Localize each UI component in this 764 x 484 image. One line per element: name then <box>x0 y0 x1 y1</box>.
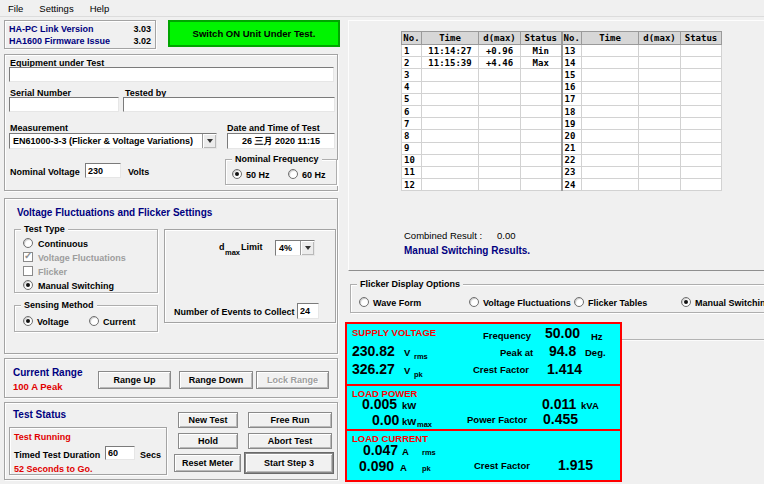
freq-50hz-radio[interactable] <box>232 169 242 179</box>
dmax-d-label: d <box>219 242 225 252</box>
voltage-fluctuations-checkbox[interactable] <box>23 252 33 262</box>
cell-time <box>582 154 639 166</box>
measurement-select[interactable]: EN61000-3-3 (Flicker & Voltage Variation… <box>9 133 217 149</box>
flicker-tables-radio[interactable] <box>574 297 584 307</box>
cell-dmax <box>639 154 681 166</box>
cell-dmax <box>639 69 681 81</box>
measurement-label: Measurement <box>10 123 68 133</box>
start-step-button[interactable]: Start Step 3 <box>245 453 333 473</box>
serial-number-input[interactable] <box>9 97 119 112</box>
cell-time <box>582 142 639 154</box>
menu-file[interactable]: File <box>0 1 31 16</box>
manual-switching-display-radio[interactable] <box>681 297 691 307</box>
cell-dmax <box>639 130 681 142</box>
lock-range-button[interactable]: Lock Range <box>256 371 329 389</box>
test-status-box: Test Running Timed Test Duration Secs 52… <box>9 427 167 475</box>
apk-value: 0.090 <box>359 458 394 474</box>
cell-time: 11:14:27 <box>422 45 479 57</box>
menu-bar: File Settings Help <box>0 0 764 17</box>
flicker-checkbox[interactable] <box>23 266 33 276</box>
cell-no: 17 <box>562 93 582 105</box>
hold-button[interactable]: Hold <box>178 433 238 449</box>
header-dmax: d(max) <box>639 32 681 45</box>
cell-no: 2 <box>402 57 422 69</box>
crest-factor-value: 1.414 <box>547 361 582 377</box>
cell-time <box>422 69 479 81</box>
cell-status <box>681 142 722 154</box>
free-run-button[interactable]: Free Run <box>248 412 332 428</box>
menu-settings[interactable]: Settings <box>31 1 81 16</box>
cell-status <box>681 130 722 142</box>
header-no: No. <box>562 32 582 45</box>
dmax-dropdown-button[interactable] <box>300 241 314 255</box>
sensing-current-radio[interactable] <box>89 316 99 326</box>
cell-status <box>521 81 562 93</box>
equipment-under-test-input[interactable] <box>9 67 334 82</box>
measurement-dropdown-button[interactable] <box>202 134 216 148</box>
link-version-value: 3.03 <box>133 23 151 35</box>
manual-switching-label: Manual Switching <box>38 281 114 291</box>
flicker-display-options-label: Flicker Display Options <box>357 279 463 289</box>
sensing-voltage-radio[interactable] <box>23 316 33 326</box>
cell-no: 19 <box>562 118 582 130</box>
cell-dmax <box>639 81 681 93</box>
tested-by-input[interactable] <box>123 97 335 112</box>
chevron-down-icon <box>305 246 311 250</box>
menu-help[interactable]: Help <box>82 1 118 16</box>
sensing-voltage-label: Voltage <box>37 317 69 327</box>
cell-time <box>422 154 479 166</box>
link-version-label: HA-PC Link Version <box>9 23 94 35</box>
header-status: Status <box>681 32 722 45</box>
wave-form-radio[interactable] <box>359 297 369 307</box>
range-down-button[interactable]: Range Down <box>179 371 253 389</box>
cell-time <box>582 179 639 191</box>
freq-60hz-radio[interactable] <box>288 169 298 179</box>
crest-factor2-value: 1.915 <box>558 457 593 473</box>
frequency-value: 50.00 <box>545 325 580 341</box>
manual-switching-radio[interactable] <box>23 280 33 290</box>
cell-dmax <box>639 166 681 178</box>
volts-label: Volts <box>128 167 149 177</box>
cell-time <box>582 118 639 130</box>
switch-on-unit-button[interactable]: Switch ON Unit Under Test. <box>168 20 340 47</box>
cell-no: 18 <box>562 105 582 117</box>
cell-status <box>521 154 562 166</box>
cell-dmax <box>639 118 681 130</box>
voltage-fluctuations-display-radio[interactable] <box>469 297 479 307</box>
combined-result-label: Combined Result : <box>404 230 482 241</box>
wave-form-label: Wave Form <box>373 298 421 308</box>
reset-meter-button[interactable]: Reset Meter <box>174 454 241 472</box>
table-header-row: No. Time d(max) Status No. Time d(max) S… <box>402 32 722 45</box>
cell-no: 9 <box>402 142 422 154</box>
table-row: 111:14:27+0.96Min13 <box>402 45 722 57</box>
current-range-panel: Current Range 100 A Peak Range Up Range … <box>4 358 338 398</box>
duration-input[interactable] <box>105 446 135 460</box>
cell-status <box>681 154 722 166</box>
events-input[interactable] <box>297 303 319 319</box>
cell-no: 20 <box>562 130 582 142</box>
cell-no: 3 <box>402 69 422 81</box>
continuous-radio[interactable] <box>23 238 33 248</box>
cell-dmax <box>639 57 681 69</box>
results-subtitle: Manual Switching Results. <box>404 245 530 256</box>
cell-time: 11:15:39 <box>422 57 479 69</box>
kwmax-unit: kW <box>402 416 416 427</box>
cell-no: 11 <box>402 166 422 178</box>
dmax-limit-value: 4% <box>276 243 300 253</box>
cell-status <box>681 45 722 57</box>
flicker-settings-title: Voltage Fluctuations and Flicker Setting… <box>17 207 212 218</box>
new-test-button[interactable]: New Test <box>178 412 238 428</box>
cell-dmax <box>479 81 521 93</box>
app-window: { "window": { "menu": ["File", "Settings… <box>0 0 764 484</box>
continuous-label: Continuous <box>38 239 88 249</box>
nominal-voltage-input[interactable] <box>85 163 121 178</box>
test-state-text: Test Running <box>14 432 71 442</box>
table-row: 211:15:39+4.46Max14 <box>402 57 722 69</box>
dmax-limit-select[interactable]: 4% <box>275 240 315 256</box>
range-up-button[interactable]: Range Up <box>98 371 171 389</box>
cell-time <box>582 166 639 178</box>
cell-status: Min <box>521 45 562 57</box>
abort-test-button[interactable]: Abort Test <box>248 433 332 449</box>
vrms-value: 230.82 <box>352 343 395 359</box>
cell-time <box>422 142 479 154</box>
